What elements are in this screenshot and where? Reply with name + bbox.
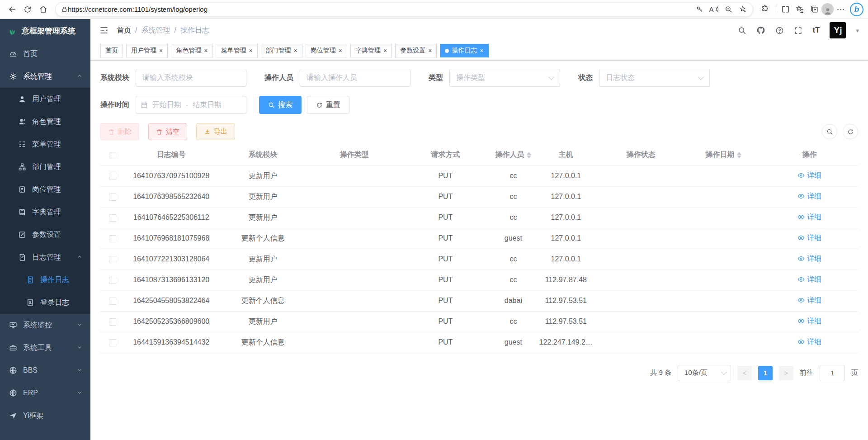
row-checkbox[interactable]	[109, 298, 116, 305]
detail-link[interactable]: 详细	[797, 192, 821, 201]
read-aloud-icon[interactable]: A	[707, 2, 721, 17]
current-page-button[interactable]: 1	[758, 366, 773, 380]
sidebar-item-home[interactable]: 首页	[0, 43, 90, 65]
tab-dictionary-management[interactable]: 字典管理×	[350, 44, 392, 57]
close-icon[interactable]: ×	[159, 47, 163, 54]
browser-home-button[interactable]	[35, 2, 51, 17]
sidebar-item-yi-framework[interactable]: Yi框架	[0, 404, 90, 427]
close-icon[interactable]: ×	[428, 47, 432, 54]
browser-profile-avatar[interactable]	[821, 3, 834, 15]
row-checkbox[interactable]	[109, 194, 116, 201]
detail-link[interactable]: 详细	[797, 317, 821, 326]
row-checkbox[interactable]	[109, 277, 116, 284]
sort-carets[interactable]	[527, 152, 531, 158]
detail-link[interactable]: 详细	[797, 275, 821, 284]
export-button[interactable]: 导出	[196, 123, 235, 140]
browser-refresh-button[interactable]	[20, 2, 35, 17]
tab-department-management[interactable]: 部门管理×	[261, 44, 302, 57]
header-search-icon[interactable]	[738, 26, 746, 35]
close-icon[interactable]: ×	[204, 47, 208, 54]
toggle-search-button[interactable]	[822, 124, 837, 139]
sidebar-item-menu-management[interactable]: 菜单管理	[0, 133, 90, 156]
row-checkbox[interactable]	[109, 339, 116, 346]
sidebar-item-erp[interactable]: ERP	[0, 382, 90, 404]
type-select[interactable]: 操作类型	[449, 69, 560, 87]
favorite-star-icon[interactable]	[736, 2, 750, 17]
sidebar-item-user-management[interactable]: 用户管理	[0, 88, 90, 110]
browser-menu-icon[interactable]: ⋯	[834, 2, 848, 17]
tab-menu-management[interactable]: 菜单管理×	[216, 44, 257, 57]
row-checkbox[interactable]	[109, 318, 116, 326]
close-icon[interactable]: ×	[339, 47, 342, 54]
favorites-list-icon[interactable]	[793, 2, 807, 17]
sidebar-item-operation-log[interactable]: 操作日志	[0, 269, 90, 291]
detail-link[interactable]: 详细	[797, 213, 821, 222]
refresh-table-button[interactable]	[843, 124, 858, 139]
url-text[interactable]: https://ccnetcore.com:1101/system/log/op…	[68, 5, 692, 13]
tab-home[interactable]: 首页	[100, 44, 123, 57]
password-key-icon[interactable]	[692, 2, 707, 17]
close-icon[interactable]: ×	[383, 47, 387, 54]
tab-operation-log[interactable]: 操作日志×	[440, 44, 488, 57]
sidebar-item-department-management[interactable]: 部门管理	[0, 156, 90, 178]
collections-icon[interactable]	[807, 2, 821, 17]
sidebar-collapse-icon[interactable]	[99, 26, 108, 35]
close-icon[interactable]: ×	[249, 47, 252, 54]
module-input[interactable]	[136, 69, 246, 87]
tab-post-management[interactable]: 岗位管理×	[306, 44, 347, 57]
github-icon[interactable]	[756, 26, 765, 35]
split-screen-icon[interactable]	[778, 2, 793, 17]
sidebar-item-post-management[interactable]: 岗位管理	[0, 178, 90, 201]
col-module: 系统模块	[218, 145, 308, 166]
row-checkbox[interactable]	[109, 173, 116, 180]
browser-back-button[interactable]	[5, 2, 20, 17]
user-caret-down-icon[interactable]: ▾	[856, 27, 859, 34]
sort-carets[interactable]	[737, 152, 741, 158]
sidebar-item-role-management[interactable]: 角色管理	[0, 110, 90, 133]
font-size-icon[interactable]: tT	[812, 26, 820, 35]
date-range-picker[interactable]: 开始日期 - 结束日期	[136, 96, 246, 114]
detail-link[interactable]: 详细	[797, 171, 821, 180]
bing-chat-icon[interactable]: b	[850, 3, 863, 16]
row-checkbox[interactable]	[109, 256, 116, 263]
status-select[interactable]: 日志状态	[599, 69, 710, 87]
delete-button[interactable]: 删除	[100, 123, 139, 140]
sidebar-item-system-monitor[interactable]: 系统监控	[0, 314, 90, 336]
goto-page-input[interactable]	[820, 365, 845, 381]
address-bar[interactable]: https://ccnetcore.com:1101/system/log/op…	[55, 2, 753, 17]
user-avatar-logo[interactable]: Yj	[830, 22, 846, 38]
tab-role-management[interactable]: 角色管理×	[171, 44, 212, 57]
tab-parameter-settings[interactable]: 参数设置×	[395, 44, 437, 57]
help-icon[interactable]	[775, 26, 784, 35]
search-button[interactable]: 搜索	[259, 96, 302, 114]
next-page-button[interactable]: >	[779, 366, 793, 380]
row-checkbox[interactable]	[109, 235, 116, 242]
row-checkbox[interactable]	[109, 214, 116, 222]
clear-button[interactable]: 清空	[148, 123, 187, 140]
operator-input[interactable]	[300, 69, 410, 87]
detail-link[interactable]: 详细	[797, 254, 821, 264]
page-size-select[interactable]: 10条/页	[678, 365, 731, 381]
detail-link[interactable]: 详细	[797, 296, 821, 305]
sidebar-item-system-management[interactable]: 系统管理	[0, 65, 90, 88]
sidebar-item-dictionary-management[interactable]: 字典管理	[0, 201, 90, 223]
prev-page-button[interactable]: <	[737, 366, 752, 380]
sidebar-item-log-management[interactable]: 日志管理	[0, 246, 90, 269]
cell-log-id: 1641087313696133120	[125, 270, 218, 290]
tab-user-management[interactable]: 用户管理×	[126, 44, 168, 57]
sidebar-item-system-tools[interactable]: 系统工具	[0, 336, 90, 359]
zoom-out-icon[interactable]	[721, 2, 736, 17]
detail-link[interactable]: 详细	[797, 337, 821, 347]
cell-type	[308, 311, 400, 332]
sidebar-item-parameter-settings[interactable]: 参数设置	[0, 223, 90, 246]
breadcrumb-home[interactable]: 首页	[117, 26, 131, 35]
close-icon[interactable]: ×	[480, 47, 483, 54]
close-icon[interactable]: ×	[294, 47, 297, 54]
fullscreen-icon[interactable]	[794, 26, 802, 35]
extensions-icon[interactable]	[758, 2, 772, 17]
select-all-checkbox[interactable]	[109, 152, 116, 159]
detail-link[interactable]: 详细	[797, 233, 821, 243]
sidebar-item-bbs[interactable]: BBS	[0, 359, 90, 382]
sidebar-item-login-log[interactable]: 登录日志	[0, 291, 90, 314]
reset-button[interactable]: 重置	[307, 96, 349, 114]
